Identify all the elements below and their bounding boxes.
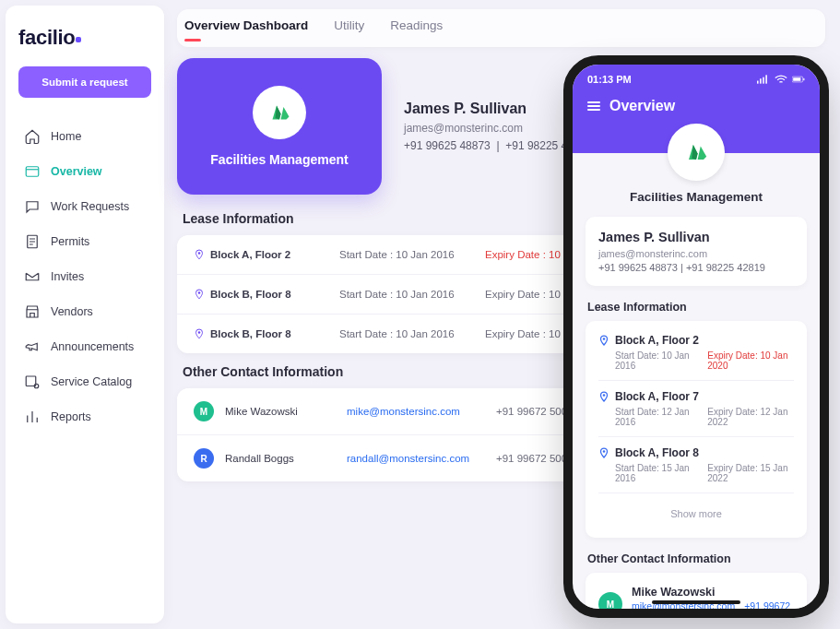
svg-rect-12	[763, 77, 764, 84]
sidebar: facilio Submit a request Home Overview W…	[6, 6, 164, 623]
sidebar-item-label: Home	[51, 130, 81, 143]
mobile-contacts-title: Other Contact Information	[587, 552, 807, 565]
sidebar-item-reports[interactable]: Reports	[18, 400, 151, 433]
svg-point-21	[603, 394, 606, 397]
home-icon	[24, 128, 41, 145]
sidebar-item-work-requests[interactable]: Work Requests	[18, 190, 151, 223]
mobile-menu-icon[interactable]	[587, 101, 600, 111]
sidebar-item-label: Announcements	[51, 340, 134, 353]
svg-point-9	[198, 331, 201, 334]
sidebar-item-label: Service Catalog	[51, 375, 132, 388]
mobile-lease-start: Start Date: 12 Jan 2016	[615, 407, 696, 427]
brand-logo: facilio	[18, 26, 151, 50]
sidebar-item-permits[interactable]: Permits	[18, 225, 151, 258]
envelope-icon	[24, 268, 41, 285]
tab-readings[interactable]: Readings	[390, 18, 443, 36]
svg-marker-18	[698, 147, 707, 160]
mobile-lease-expiry: Expiry Date: 15 Jan 2022	[707, 463, 794, 483]
sidebar-item-announcements[interactable]: Announcements	[18, 330, 151, 363]
sidebar-item-label: Invites	[51, 270, 84, 283]
sidebar-item-vendors[interactable]: Vendors	[18, 295, 151, 328]
mobile-lease-title: Lease Information	[587, 301, 807, 314]
pin-icon	[598, 446, 609, 459]
wifi-icon	[775, 75, 787, 84]
contact-name: Randall Boggs	[225, 453, 336, 464]
mobile-lease-start: Start Date: 15 Jan 2016	[615, 463, 696, 483]
battery-icon	[792, 75, 805, 84]
mobile-profile-phones: +91 99625 48873 | +91 98225 42819	[598, 262, 794, 273]
mobile-lease-card: Block A, Floor 2 Start Date: 10 Jan 2016…	[586, 321, 807, 538]
svg-rect-10	[757, 81, 759, 84]
contact-email[interactable]: randall@monstersinc.com	[347, 453, 485, 464]
facility-logo-icon	[253, 86, 306, 139]
mobile-lease-location: Block A, Floor 7	[615, 390, 699, 403]
mobile-header: 01:13 PM Overview	[573, 65, 820, 153]
mobile-contact-phone[interactable]: +91 99672 50082	[744, 600, 794, 609]
svg-rect-11	[760, 78, 762, 83]
lease-start: Start Date : 10 Jan 2016	[339, 328, 478, 339]
document-icon	[24, 233, 41, 250]
tab-overview-dashboard[interactable]: Overview Dashboard	[184, 18, 308, 36]
svg-point-20	[603, 338, 606, 340]
tab-utility[interactable]: Utility	[334, 18, 364, 36]
svg-rect-16	[803, 78, 804, 80]
sidebar-item-service-catalog[interactable]: Service Catalog	[18, 365, 151, 398]
svg-rect-0	[26, 167, 39, 177]
avatar: M	[194, 401, 214, 421]
chat-icon	[24, 198, 41, 215]
lease-start: Start Date : 10 Jan 2016	[339, 289, 478, 300]
sidebar-item-invites[interactable]: Invites	[18, 260, 151, 293]
mobile-home-indicator[interactable]	[652, 600, 740, 604]
mobile-lease-expiry: Expiry Date: 10 Jan 2020	[707, 350, 794, 371]
pin-icon	[194, 327, 205, 340]
contact-name: Mike Wazowski	[225, 406, 336, 417]
lease-location: Block A, Floor 2	[210, 249, 290, 260]
sidebar-item-label: Vendors	[51, 305, 93, 318]
lease-location: Block B, Floor 8	[210, 328, 291, 339]
mobile-lease-item[interactable]: Block A, Floor 8 Start Date: 15 Jan 2016…	[598, 446, 794, 493]
catalog-icon	[24, 374, 41, 390]
mobile-lease-start: Start Date: 10 Jan 2016	[615, 350, 696, 371]
svg-point-22	[603, 450, 606, 453]
sidebar-item-home[interactable]: Home	[18, 120, 151, 153]
megaphone-icon	[24, 338, 41, 355]
mobile-contact-name: Mike Wazowski	[632, 586, 794, 599]
store-icon	[24, 303, 41, 320]
mobile-page-title: Overview	[609, 98, 675, 114]
svg-marker-5	[281, 107, 290, 120]
sidebar-item-label: Permits	[51, 235, 89, 248]
mobile-status-bar: 01:13 PM	[587, 74, 805, 85]
sidebar-nav: Home Overview Work Requests Permits Invi…	[18, 120, 151, 433]
submit-request-button[interactable]: Submit a request	[18, 66, 151, 98]
avatar: M	[598, 592, 622, 609]
mobile-facility-title: Facilities Management	[586, 190, 807, 204]
mobile-status-time: 01:13 PM	[587, 74, 632, 85]
mobile-lease-expiry: Expiry Date: 12 Jan 2022	[707, 407, 794, 427]
mobile-device-preview: 01:13 PM Overview Facilities Management	[563, 55, 829, 618]
mobile-profile-name: James P. Sullivan	[598, 230, 794, 244]
pin-icon	[194, 248, 205, 261]
sidebar-item-overview[interactable]: Overview	[18, 155, 151, 188]
pin-icon	[194, 288, 205, 301]
mobile-show-more-button[interactable]: Show more	[598, 503, 794, 525]
mobile-lease-item[interactable]: Block A, Floor 7 Start Date: 12 Jan 2016…	[598, 390, 794, 437]
bar-chart-icon	[24, 409, 41, 425]
tabs-bar: Overview Dashboard Utility Readings	[177, 9, 825, 47]
mobile-facility-logo-icon	[668, 124, 725, 181]
contact-email[interactable]: mike@monstersinc.com	[347, 406, 485, 417]
svg-rect-15	[793, 77, 800, 81]
sidebar-item-label: Work Requests	[51, 200, 129, 213]
facility-title: Facilities Management	[210, 152, 348, 167]
sidebar-item-label: Reports	[51, 410, 91, 423]
sidebar-item-label: Overview	[51, 165, 102, 178]
svg-rect-13	[765, 75, 767, 83]
mobile-lease-item[interactable]: Block A, Floor 2 Start Date: 10 Jan 2016…	[598, 334, 794, 381]
brand-dot-icon	[76, 37, 81, 42]
signal-icon	[757, 75, 770, 84]
pin-icon	[598, 390, 609, 403]
mobile-profile-card: James P. Sullivan james@monsterinc.com +…	[586, 217, 807, 286]
svg-point-8	[198, 291, 201, 294]
svg-point-7	[198, 252, 201, 255]
lease-start: Start Date : 10 Jan 2016	[339, 249, 478, 260]
facility-card: Facilities Management	[177, 58, 382, 195]
